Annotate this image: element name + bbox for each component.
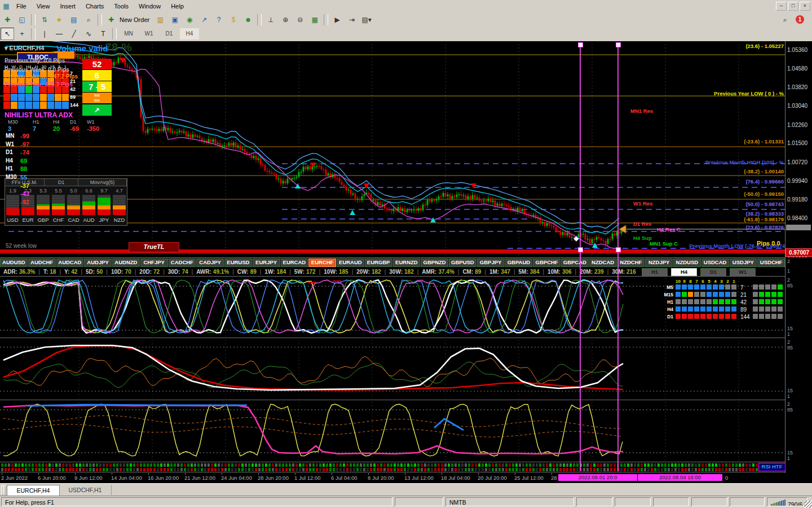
menu-tools[interactable]: Tools bbox=[109, 2, 134, 11]
stats-tf-h1[interactable]: H1 bbox=[642, 268, 668, 276]
pair-audcad[interactable]: AUDCAD bbox=[56, 259, 84, 267]
vertical-line-marker-1[interactable] bbox=[580, 44, 581, 471]
market-watch-button[interactable]: ⇅ bbox=[38, 14, 51, 26]
vline-handle[interactable] bbox=[616, 42, 621, 47]
pair-eurnzd[interactable]: EURNZD bbox=[393, 259, 421, 267]
stats-tf-w1[interactable]: W1 bbox=[730, 268, 756, 276]
heatmap-cell bbox=[62, 102, 69, 109]
pair-gbpcad[interactable]: GBPCAD bbox=[561, 259, 589, 267]
pair-eurusd[interactable]: EURUSD bbox=[224, 259, 252, 267]
terminal-button[interactable]: ▥ bbox=[153, 14, 167, 26]
pair-audchf[interactable]: AUDCHF bbox=[28, 259, 56, 267]
vline-handle[interactable] bbox=[578, 42, 583, 47]
market-button[interactable]: $ bbox=[227, 14, 240, 26]
pair-euraud[interactable]: EURAUD bbox=[337, 259, 364, 267]
pair-usdcad[interactable]: USDCAD bbox=[701, 259, 729, 267]
indicator-window-2[interactable] bbox=[0, 339, 785, 399]
crosshair-tool[interactable]: + bbox=[15, 28, 29, 40]
help-button[interactable]: ? bbox=[212, 14, 226, 26]
chart-annotation: Previous Year LOW ( 0 ) - % bbox=[714, 90, 784, 97]
pair-audusd[interactable]: AUDUSD bbox=[0, 259, 28, 267]
timeframe-w1[interactable]: W1 bbox=[139, 28, 158, 40]
price-tick-label: 1.04580 bbox=[787, 65, 807, 72]
zoom-out-button[interactable]: ⊖ bbox=[293, 14, 307, 26]
trendline-tool[interactable]: ╱ bbox=[67, 28, 81, 40]
vline-handle[interactable] bbox=[578, 247, 583, 252]
cursor-tool[interactable]: ↖ bbox=[1, 28, 14, 40]
pair-eurjpy[interactable]: EURJPY bbox=[253, 259, 280, 267]
menu-insert[interactable]: Insert bbox=[55, 2, 81, 11]
pair-gbpchf[interactable]: GBPCHF bbox=[533, 259, 561, 267]
pair-gbpnzd[interactable]: GBPNZD bbox=[421, 259, 448, 267]
new-order-button[interactable]: ✚ bbox=[104, 14, 118, 26]
pair-nzdjpy[interactable]: NZDJPY bbox=[645, 259, 673, 267]
crosshair-axis-button[interactable]: ⟂ bbox=[264, 14, 277, 26]
pair-gbpaud[interactable]: GBPAUD bbox=[505, 259, 533, 267]
resize-grip[interactable] bbox=[805, 501, 812, 508]
chart-profiles-button[interactable]: ◱ bbox=[15, 14, 29, 26]
chart-type-button[interactable]: ▤▾ bbox=[360, 14, 373, 26]
auto-scroll-button[interactable]: ▶ bbox=[330, 14, 344, 26]
chart-tab-usdchf-h1[interactable]: USDCHF,H1 bbox=[59, 485, 112, 495]
mql5-button[interactable]: ↗ bbox=[197, 14, 211, 26]
pair-chfjpy[interactable]: CHFJPY bbox=[140, 259, 168, 267]
stats-tf-h4[interactable]: H4 bbox=[671, 268, 697, 276]
vertical-line-tool[interactable]: | bbox=[38, 28, 51, 40]
horizontal-line-tool[interactable]: — bbox=[52, 28, 66, 40]
signals-button[interactable]: ◉ bbox=[183, 14, 196, 26]
strategy-tester-button[interactable]: ▣ bbox=[168, 14, 182, 26]
minimize-button[interactable]: – bbox=[776, 2, 787, 11]
pair-eurchf[interactable]: EURCHF bbox=[308, 259, 336, 267]
chart-annotation: MN1 Res bbox=[630, 108, 653, 114]
new-chart-button[interactable]: ✚ bbox=[1, 14, 14, 26]
vertical-line-marker-2[interactable] bbox=[617, 44, 619, 471]
menu-window[interactable]: Window bbox=[134, 2, 166, 11]
timeframe-d1[interactable]: D1 bbox=[160, 28, 179, 40]
fibonacci-tool[interactable]: ∿ bbox=[82, 28, 95, 40]
chart-annotation: H4 Res C bbox=[657, 226, 681, 233]
notification-badge[interactable]: 1 bbox=[796, 15, 804, 24]
menu-file[interactable]: File bbox=[11, 2, 32, 11]
navigator-button[interactable]: ⌕ bbox=[82, 14, 95, 26]
window-separator bbox=[0, 472, 785, 472]
pair-nzdchf[interactable]: NZDCHF bbox=[617, 259, 645, 267]
pair-audjpy[interactable]: AUDJPY bbox=[84, 259, 112, 267]
pair-gbpusd[interactable]: GBPUSD bbox=[449, 259, 476, 267]
pair-usdchf[interactable]: USDCHF bbox=[757, 259, 785, 267]
menu-view[interactable]: View bbox=[32, 2, 55, 11]
close-button[interactable]: × bbox=[800, 2, 810, 11]
price-tick-label: 1.01500 bbox=[787, 140, 807, 146]
zoom-in-button[interactable]: ⊕ bbox=[279, 14, 292, 26]
pair-eurcad[interactable]: EURCAD bbox=[281, 259, 308, 267]
time-axis[interactable]: 2 Jun 20226 Jun 20:009 Jun 12:0014 Jun 0… bbox=[0, 473, 785, 483]
profiles-star-button[interactable]: ★ bbox=[52, 14, 66, 26]
truetl-button[interactable]: TrueTL bbox=[129, 242, 179, 252]
chart-symbol-title[interactable]: ▾ EURCHF,H4 bbox=[5, 45, 44, 52]
tab-splitter[interactable] bbox=[3, 485, 6, 495]
indicator-window-3[interactable] bbox=[0, 401, 785, 462]
pair-audnzd[interactable]: AUDNZD bbox=[112, 259, 140, 267]
pair-nzdcad[interactable]: NZDCAD bbox=[589, 259, 617, 267]
pair-nzdusd[interactable]: NZDUSD bbox=[673, 259, 701, 267]
pair-gbpjpy[interactable]: GBPJPY bbox=[477, 259, 505, 267]
restore-button[interactable]: □ bbox=[788, 2, 798, 11]
pair-usdjpy[interactable]: USDJPY bbox=[730, 259, 757, 267]
chart-shift-button[interactable]: ⇥ bbox=[345, 14, 359, 26]
menu-charts[interactable]: Charts bbox=[81, 2, 109, 11]
panel-cell bbox=[713, 306, 718, 312]
timeframe-mn[interactable]: MN bbox=[119, 28, 138, 40]
chart-tab-eurchf-h4[interactable]: EURCHF,H4 bbox=[7, 485, 60, 496]
search-icon[interactable]: ⌕ bbox=[778, 14, 792, 26]
price-axis[interactable]: 1.053601.045801.038201.030401.022601.015… bbox=[785, 41, 812, 473]
menu-help[interactable]: Help bbox=[166, 2, 189, 11]
pair-cadjpy[interactable]: CADJPY bbox=[196, 259, 224, 267]
community-button[interactable]: ☻ bbox=[241, 14, 255, 26]
vline-handle[interactable] bbox=[616, 247, 621, 252]
pair-cadchf[interactable]: CADCHF bbox=[169, 259, 196, 267]
grid-button[interactable]: ▦ bbox=[308, 14, 321, 26]
timeframe-h4[interactable]: H4 bbox=[180, 28, 199, 40]
data-window-button[interactable]: ▤ bbox=[67, 14, 81, 26]
text-tool[interactable]: T bbox=[96, 28, 110, 40]
pair-eurgbp[interactable]: EURGBP bbox=[365, 259, 392, 267]
stats-tf-d1[interactable]: D1 bbox=[700, 268, 726, 276]
